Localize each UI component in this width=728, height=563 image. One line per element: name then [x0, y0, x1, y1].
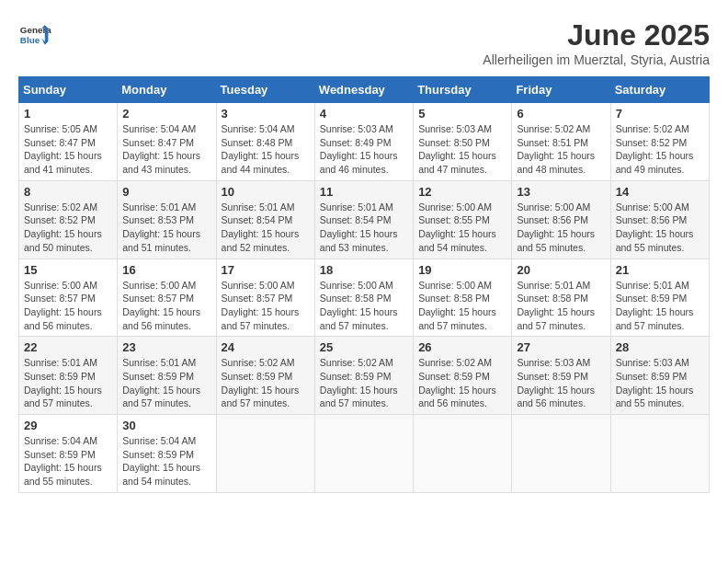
day-number: 3: [222, 107, 310, 121]
day-info: Sunrise: 5:04 AMSunset: 8:59 PMDaylight:…: [24, 434, 112, 488]
weekday-header-row: SundayMondayTuesdayWednesdayThursdayFrid…: [19, 77, 710, 103]
calendar-cell: [314, 415, 413, 493]
weekday-header-wednesday: Wednesday: [314, 77, 413, 103]
day-info: Sunrise: 5:01 AMSunset: 8:59 PMDaylight:…: [24, 356, 112, 410]
weekday-header-tuesday: Tuesday: [216, 77, 314, 103]
calendar-cell: 12Sunrise: 5:00 AMSunset: 8:55 PMDayligh…: [414, 180, 512, 259]
day-info: Sunrise: 5:02 AMSunset: 8:52 PMDaylight:…: [24, 201, 112, 255]
logo-icon: General Blue: [18, 18, 51, 52]
day-number: 30: [122, 419, 210, 432]
day-info: Sunrise: 5:00 AMSunset: 8:57 PMDaylight:…: [222, 279, 310, 333]
location-subtitle: Allerheiligen im Muerztal, Styria, Austr…: [483, 52, 710, 67]
calendar-week-4: 22Sunrise: 5:01 AMSunset: 8:59 PMDayligh…: [19, 337, 710, 415]
calendar-cell: 26Sunrise: 5:02 AMSunset: 8:59 PMDayligh…: [414, 337, 512, 415]
calendar-cell: [414, 415, 512, 493]
day-info: Sunrise: 5:00 AMSunset: 8:56 PMDaylight:…: [517, 201, 605, 255]
day-number: 12: [418, 185, 506, 199]
calendar-cell: 11Sunrise: 5:01 AMSunset: 8:54 PMDayligh…: [314, 180, 413, 259]
day-info: Sunrise: 5:01 AMSunset: 8:59 PMDaylight:…: [122, 356, 210, 410]
day-info: Sunrise: 5:00 AMSunset: 8:56 PMDaylight:…: [616, 201, 704, 255]
day-number: 7: [616, 107, 704, 121]
calendar-cell: 3Sunrise: 5:04 AMSunset: 8:48 PMDaylight…: [216, 103, 314, 181]
day-number: 20: [517, 263, 605, 277]
day-info: Sunrise: 5:03 AMSunset: 8:50 PMDaylight:…: [418, 122, 506, 177]
calendar-cell: [216, 415, 314, 493]
day-info: Sunrise: 5:02 AMSunset: 8:59 PMDaylight:…: [320, 356, 408, 410]
day-info: Sunrise: 5:04 AMSunset: 8:59 PMDaylight:…: [122, 434, 210, 488]
day-number: 1: [24, 107, 112, 121]
day-info: Sunrise: 5:05 AMSunset: 8:47 PMDaylight:…: [24, 122, 112, 177]
day-info: Sunrise: 5:00 AMSunset: 8:57 PMDaylight:…: [24, 279, 112, 333]
day-number: 26: [418, 340, 506, 354]
calendar-cell: 30Sunrise: 5:04 AMSunset: 8:59 PMDayligh…: [118, 415, 216, 493]
calendar-week-1: 1Sunrise: 5:05 AMSunset: 8:47 PMDaylight…: [19, 103, 710, 181]
day-number: 5: [418, 107, 506, 121]
calendar-cell: 16Sunrise: 5:00 AMSunset: 8:57 PMDayligh…: [118, 259, 216, 337]
calendar-cell: 5Sunrise: 5:03 AMSunset: 8:50 PMDaylight…: [414, 103, 512, 181]
calendar-cell: 29Sunrise: 5:04 AMSunset: 8:59 PMDayligh…: [19, 415, 118, 493]
day-number: 6: [517, 107, 605, 121]
calendar-cell: 15Sunrise: 5:00 AMSunset: 8:57 PMDayligh…: [19, 259, 118, 337]
day-number: 14: [616, 185, 704, 199]
day-info: Sunrise: 5:03 AMSunset: 8:59 PMDaylight:…: [517, 356, 605, 410]
calendar-cell: 28Sunrise: 5:03 AMSunset: 8:59 PMDayligh…: [610, 337, 709, 415]
calendar-cell: 4Sunrise: 5:03 AMSunset: 8:49 PMDaylight…: [314, 103, 413, 181]
weekday-header-monday: Monday: [118, 77, 216, 103]
day-number: 19: [418, 263, 506, 277]
logo: General Blue: [18, 18, 51, 52]
day-info: Sunrise: 5:00 AMSunset: 8:58 PMDaylight:…: [418, 279, 506, 333]
calendar-cell: [610, 415, 709, 493]
day-number: 22: [24, 340, 112, 354]
calendar-cell: 7Sunrise: 5:02 AMSunset: 8:52 PMDaylight…: [610, 103, 709, 181]
month-title: June 2025: [483, 18, 710, 52]
calendar-table: SundayMondayTuesdayWednesdayThursdayFrid…: [18, 76, 710, 493]
svg-text:Blue: Blue: [20, 35, 40, 45]
day-number: 15: [24, 263, 112, 277]
day-number: 10: [222, 185, 310, 199]
day-number: 27: [517, 340, 605, 354]
day-info: Sunrise: 5:00 AMSunset: 8:58 PMDaylight:…: [320, 279, 408, 333]
calendar-cell: 14Sunrise: 5:00 AMSunset: 8:56 PMDayligh…: [610, 180, 709, 259]
day-number: 4: [320, 107, 408, 121]
day-info: Sunrise: 5:04 AMSunset: 8:47 PMDaylight:…: [122, 122, 210, 177]
day-number: 23: [122, 340, 210, 354]
calendar-cell: 27Sunrise: 5:03 AMSunset: 8:59 PMDayligh…: [512, 337, 610, 415]
title-area: June 2025 Allerheiligen im Muerztal, Sty…: [483, 18, 710, 67]
day-info: Sunrise: 5:02 AMSunset: 8:52 PMDaylight:…: [616, 122, 704, 177]
day-info: Sunrise: 5:01 AMSunset: 8:54 PMDaylight:…: [222, 201, 310, 255]
page-header: General Blue June 2025 Allerheiligen im …: [18, 18, 710, 67]
day-info: Sunrise: 5:01 AMSunset: 8:58 PMDaylight:…: [517, 279, 605, 333]
calendar-cell: 2Sunrise: 5:04 AMSunset: 8:47 PMDaylight…: [118, 103, 216, 181]
day-info: Sunrise: 5:02 AMSunset: 8:59 PMDaylight:…: [222, 356, 310, 410]
day-info: Sunrise: 5:01 AMSunset: 8:53 PMDaylight:…: [122, 201, 210, 255]
calendar-cell: 25Sunrise: 5:02 AMSunset: 8:59 PMDayligh…: [314, 337, 413, 415]
day-number: 28: [616, 340, 704, 354]
day-number: 29: [24, 419, 112, 432]
day-info: Sunrise: 5:03 AMSunset: 8:59 PMDaylight:…: [616, 356, 704, 410]
day-number: 9: [122, 185, 210, 199]
weekday-header-saturday: Saturday: [610, 77, 709, 103]
day-number: 2: [122, 107, 210, 121]
calendar-cell: 13Sunrise: 5:00 AMSunset: 8:56 PMDayligh…: [512, 180, 610, 259]
calendar-cell: 8Sunrise: 5:02 AMSunset: 8:52 PMDaylight…: [19, 180, 118, 259]
calendar-cell: 18Sunrise: 5:00 AMSunset: 8:58 PMDayligh…: [314, 259, 413, 337]
calendar-cell: 17Sunrise: 5:00 AMSunset: 8:57 PMDayligh…: [216, 259, 314, 337]
calendar-cell: 9Sunrise: 5:01 AMSunset: 8:53 PMDaylight…: [118, 180, 216, 259]
day-number: 25: [320, 340, 408, 354]
day-number: 16: [122, 263, 210, 277]
day-number: 21: [616, 263, 704, 277]
day-info: Sunrise: 5:01 AMSunset: 8:54 PMDaylight:…: [320, 201, 408, 255]
weekday-header-friday: Friday: [512, 77, 610, 103]
weekday-header-thursday: Thursday: [414, 77, 512, 103]
calendar-cell: 6Sunrise: 5:02 AMSunset: 8:51 PMDaylight…: [512, 103, 610, 181]
calendar-cell: 10Sunrise: 5:01 AMSunset: 8:54 PMDayligh…: [216, 180, 314, 259]
day-number: 18: [320, 263, 408, 277]
day-info: Sunrise: 5:00 AMSunset: 8:57 PMDaylight:…: [122, 279, 210, 333]
calendar-cell: 21Sunrise: 5:01 AMSunset: 8:59 PMDayligh…: [610, 259, 709, 337]
day-number: 13: [517, 185, 605, 199]
day-info: Sunrise: 5:01 AMSunset: 8:59 PMDaylight:…: [616, 279, 704, 333]
calendar-cell: 20Sunrise: 5:01 AMSunset: 8:58 PMDayligh…: [512, 259, 610, 337]
calendar-week-5: 29Sunrise: 5:04 AMSunset: 8:59 PMDayligh…: [19, 415, 710, 493]
day-info: Sunrise: 5:02 AMSunset: 8:51 PMDaylight:…: [517, 122, 605, 177]
calendar-cell: [512, 415, 610, 493]
